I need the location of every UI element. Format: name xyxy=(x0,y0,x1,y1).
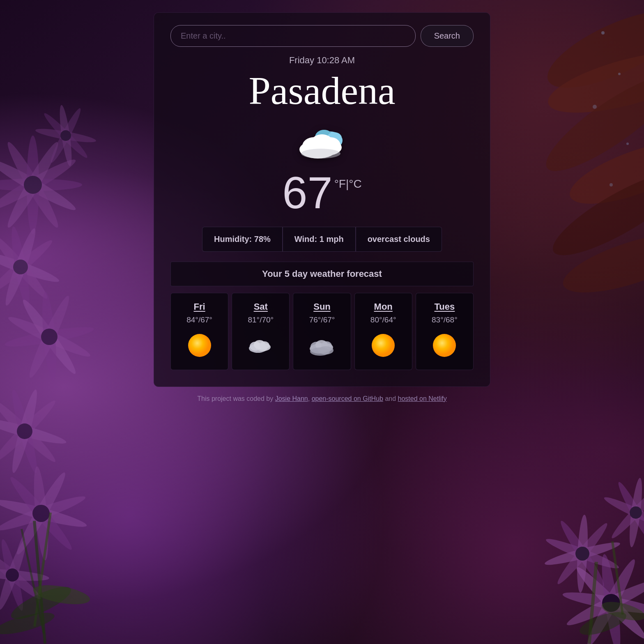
forecast-icon-tues xyxy=(430,331,459,360)
footer-text-before: This project was coded by xyxy=(197,395,275,402)
footer-text-middle: , xyxy=(308,395,312,402)
svg-point-100 xyxy=(318,346,334,354)
svg-point-102 xyxy=(433,334,456,357)
city-search-input[interactable] xyxy=(170,25,416,47)
humidity-stat: Humidity: 78% xyxy=(202,227,283,252)
condition-stat: overcast clouds xyxy=(356,227,442,252)
forecast-day-fri: Fri xyxy=(194,301,205,312)
footer: This project was coded by Josie Hann, op… xyxy=(197,395,446,402)
svg-point-88 xyxy=(188,334,211,357)
forecast-card-mon: Mon 80°/64° xyxy=(354,293,412,370)
forecast-temps-sat: 81°/70° xyxy=(248,315,274,324)
forecast-card-fri: Fri 84°/67° xyxy=(170,293,228,370)
main-card: Search Friday 10:28 AM Pasadena xyxy=(154,12,490,387)
datetime-display: Friday 10:28 AM xyxy=(289,55,355,66)
forecast-icon-fri xyxy=(185,331,214,360)
forecast-temps-tues: 83°/68° xyxy=(432,315,458,324)
forecast-icon-sun xyxy=(308,331,336,360)
temperature-row: 67 °F|°C xyxy=(282,170,361,215)
temperature-units: °F|°C xyxy=(334,177,362,191)
forecast-icon-mon xyxy=(369,331,398,360)
forecast-day-mon: Mon xyxy=(374,301,393,312)
footer-netlify-link[interactable]: hosted on Netlify xyxy=(398,395,447,402)
forecast-day-tues: Tues xyxy=(435,301,455,312)
forecast-temps-mon: 80°/64° xyxy=(370,315,396,324)
svg-point-101 xyxy=(372,334,395,357)
forecast-icon-sat xyxy=(246,331,275,360)
search-row: Search xyxy=(170,25,474,47)
svg-point-93 xyxy=(260,341,269,350)
forecast-day-sat: Sat xyxy=(254,301,268,312)
forecast-temps-fri: 84°/67° xyxy=(186,315,212,324)
footer-github-link[interactable]: open-sourced on GitHub xyxy=(312,395,383,402)
forecast-card-sat: Sat 81°/70° xyxy=(232,293,290,370)
current-weather-icon xyxy=(295,125,349,163)
forecast-header: Your 5 day weather forecast xyxy=(170,262,474,286)
temperature-value: 67 xyxy=(282,170,332,215)
app-container: Search Friday 10:28 AM Pasadena xyxy=(0,0,644,644)
forecast-temps-sun: 76°/67° xyxy=(309,315,335,324)
forecast-card-sun: Sun 76°/67° xyxy=(293,293,351,370)
wind-stat: Wind: 1 mph xyxy=(283,227,356,252)
city-name-display: Pasadena xyxy=(248,69,395,113)
footer-author-link[interactable]: Josie Hann xyxy=(275,395,308,402)
forecast-day-sun: Sun xyxy=(313,301,331,312)
weather-stats-row: Humidity: 78% Wind: 1 mph overcast cloud… xyxy=(170,227,474,252)
forecast-card-tues: Tues 83°/68° xyxy=(416,293,474,370)
svg-point-87 xyxy=(301,149,340,159)
footer-text-and: and xyxy=(383,395,398,402)
search-button[interactable]: Search xyxy=(421,25,474,47)
forecast-row: Fri 84°/67° Sat 81°/70° xyxy=(170,293,474,370)
